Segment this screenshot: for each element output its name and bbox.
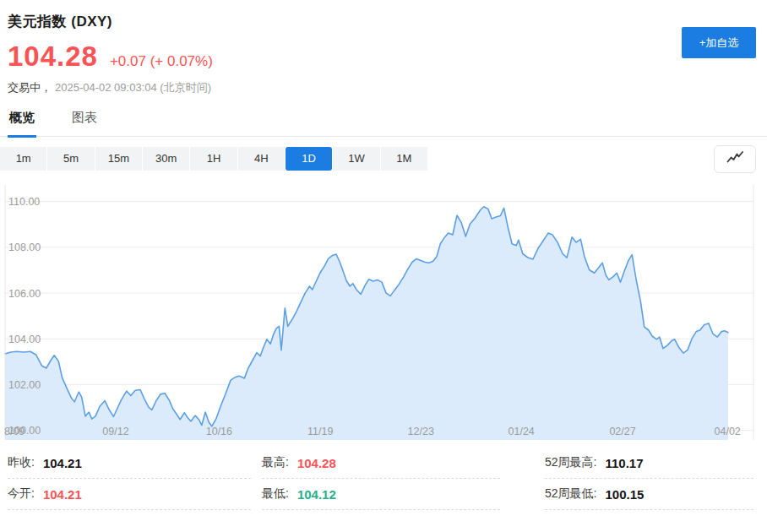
stats-column-3: 52周最高: 110.17 52周最低: 100.15 (545, 448, 753, 510)
timeframe-1w[interactable]: 1W (333, 147, 379, 171)
stat-value: 104.28 (297, 456, 336, 470)
dxy-area-chart[interactable]: 110.00108.00106.00104.00102.00100.008/09… (0, 185, 755, 440)
timeframe-5m[interactable]: 5m (47, 147, 94, 171)
svg-text:110.00: 110.00 (8, 196, 40, 208)
stat-prev-close: 昨收: 104.21 (8, 448, 251, 479)
svg-text:02/27: 02/27 (609, 426, 635, 437)
stat-label: 最低: (262, 486, 289, 502)
chart-style-toggle-button[interactable] (714, 145, 756, 173)
price-row: 104.28 +0.07 (+ 0.07%) (8, 41, 755, 73)
timeframe-1h[interactable]: 1H (190, 147, 237, 171)
view-tabs: 概览 图表 (0, 110, 767, 137)
stat-label: 最高: (262, 455, 289, 470)
stat-label: 52周最低: (545, 486, 596, 502)
svg-text:104.00: 104.00 (8, 334, 41, 345)
svg-text:04/02: 04/02 (715, 426, 741, 437)
stat-value: 104.12 (297, 487, 336, 502)
tab-chart[interactable]: 图表 (70, 110, 99, 136)
timeframe-bar: 1m 5m 15m 30m 1H 4H 1D 1W 1M (0, 147, 427, 171)
svg-text:11/19: 11/19 (307, 426, 333, 437)
stats-column-1: 昨收: 104.21 今开: 104.21 (8, 448, 251, 510)
timeframe-15m[interactable]: 15m (95, 147, 142, 171)
svg-text:108.00: 108.00 (8, 242, 41, 253)
stat-value: 104.21 (43, 487, 82, 502)
svg-text:8/09: 8/09 (4, 426, 24, 437)
stat-label: 52周最高: (545, 455, 596, 470)
svg-text:09/12: 09/12 (102, 426, 128, 437)
stat-value: 110.17 (605, 456, 643, 470)
dxy-overview-page: 美元指数 (DXY) 104.28 +0.07 (+ 0.07%) 交易中，20… (0, 0, 767, 532)
svg-text:106.00: 106.00 (8, 288, 41, 300)
stat-label: 今开: (8, 486, 35, 502)
quote-header: 美元指数 (DXY) 104.28 +0.07 (+ 0.07%) 交易中，20… (0, 0, 767, 95)
stat-value: 100.15 (605, 487, 644, 502)
timeframe-4h[interactable]: 4H (238, 147, 285, 171)
tab-overview[interactable]: 概览 (8, 110, 36, 138)
stat-high: 最高: 104.28 (262, 448, 500, 479)
add-watchlist-button[interactable]: +加自选 (682, 27, 756, 58)
stat-value: 104.21 (43, 456, 82, 470)
stat-52w-high: 52周最高: 110.17 (545, 448, 753, 479)
svg-text:12/23: 12/23 (408, 426, 434, 437)
stats-column-2: 最高: 104.28 最低: 104.12 (262, 448, 500, 510)
stat-label: 昨收: (8, 455, 35, 470)
stat-low: 最低: 104.12 (262, 479, 500, 510)
page-title: 美元指数 (DXY) (8, 12, 755, 31)
timeframe-1m[interactable]: 1m (0, 147, 46, 171)
line-chart-icon (726, 151, 744, 167)
price-change: +0.07 (+ 0.07%) (110, 53, 213, 70)
svg-text:102.00: 102.00 (8, 379, 41, 391)
timeframe-row: 1m 5m 15m 30m 1H 4H 1D 1W 1M (0, 147, 767, 171)
svg-text:10/16: 10/16 (206, 426, 232, 437)
timeframe-1m-month[interactable]: 1M (381, 147, 427, 171)
timeframe-1d[interactable]: 1D (286, 147, 332, 171)
timeframe-30m[interactable]: 30m (143, 147, 189, 171)
trading-status: 交易中， (8, 81, 52, 94)
last-price: 104.28 (8, 41, 98, 73)
quote-stats: 昨收: 104.21 今开: 104.21 最高: 104.28 最低: 104… (0, 448, 767, 515)
stat-52w-low: 52周最低: 100.15 (545, 479, 753, 510)
status-row: 交易中，2025-04-02 09:03:04 (北京时间) (8, 80, 755, 95)
quote-timestamp: 2025-04-02 09:03:04 (北京时间) (55, 81, 211, 94)
stat-open: 今开: 104.21 (8, 479, 251, 510)
svg-text:01/24: 01/24 (509, 426, 535, 437)
